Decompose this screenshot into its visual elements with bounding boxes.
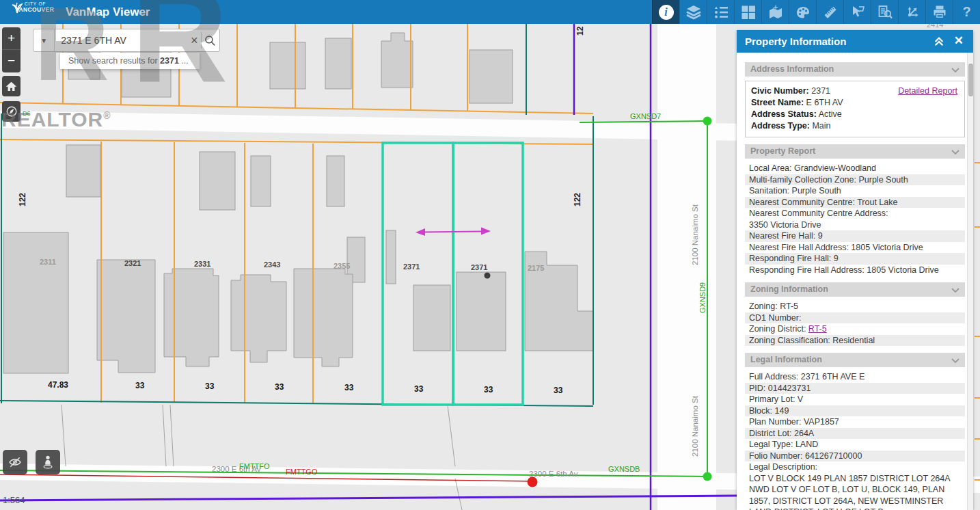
info-row: Nearest Community Centre Address:3350 Vi… [745, 208, 965, 230]
info-row: Zoning: RT-5 [745, 301, 965, 312]
logo-leaf-icon [11, 2, 23, 14]
suggestion-prefix: Show search results for [68, 56, 160, 66]
street-view-button[interactable] [36, 450, 60, 474]
zoom-out-button[interactable]: − [2, 50, 21, 72]
row-extra-text: 3350 Victoria Drive [749, 219, 961, 231]
search-type-dropdown[interactable]: ▼ [33, 29, 55, 51]
info-row: Local Area: Grandview-Woodland [745, 163, 965, 174]
scrollbar-thumb[interactable] [968, 64, 973, 96]
info-row: Nearest Fire Hall: 9 [745, 230, 965, 242]
info-row: Block: 149 [745, 405, 965, 417]
app-header: CITY OF VANCOUVER VanMap Viewer i [0, 0, 980, 24]
chevron-down-icon: ▼ [40, 37, 47, 44]
survey-lines [62, 405, 462, 510]
double-chevron-up-icon [932, 35, 946, 47]
info-row: Zoning District: RT-5 [745, 323, 965, 335]
info-row: Primary Lot: V [745, 394, 965, 405]
toggle-visibility-button[interactable] [3, 450, 27, 474]
property-information-panel: Property Information ✕ Address Informati… [737, 30, 973, 510]
chevron-down-icon [951, 358, 959, 363]
detailed-report-link[interactable]: Detailed Report [898, 86, 957, 96]
section-title: Property Report [750, 146, 815, 156]
property-report-rows: Local Area: Grandview-WoodlandMulti-fami… [745, 163, 965, 276]
palette-icon [795, 4, 811, 21]
query-magnifier-icon [877, 4, 893, 21]
info-row: Sanitation: Purple South [745, 185, 965, 197]
address-info-box: Detailed Report Civic Number: 2371Street… [745, 81, 965, 137]
select-tool-button[interactable] [843, 0, 871, 24]
section-header-legal-information[interactable]: Legal Information [745, 353, 965, 367]
info-row: Full Address: 2371 6TH AVE E [745, 371, 965, 383]
section-header-property-report[interactable]: Property Report [745, 144, 965, 159]
close-icon: × [191, 33, 198, 47]
compass-icon [5, 105, 18, 118]
info-row: Nearest Community Centre: Trout Lake [745, 197, 965, 209]
address-field: Street Name: E 6TH AV [751, 97, 959, 109]
row-extra-text: LOT V BLOCK 149 PLAN 1857 DISTRICT LOT 2… [749, 473, 961, 510]
row-link[interactable]: RT-5 [808, 324, 827, 334]
section-header-zoning-information[interactable]: Zoning Information [745, 282, 965, 297]
home-extent-button[interactable] [2, 76, 21, 96]
measure-tool-button[interactable] [816, 0, 843, 24]
query-tool-button[interactable] [871, 0, 898, 24]
info-row: Folio Number: 641267710000 [745, 451, 965, 462]
basemap-gallery-tool-button[interactable] [734, 0, 761, 24]
info-row: Legal Description:LOT V BLOCK 149 PLAN 1… [745, 461, 965, 510]
search-suggestion-item[interactable]: Show search results for 2371 ... [60, 53, 200, 69]
panel-scrollbar [967, 53, 973, 510]
legend-list-icon [713, 4, 729, 21]
layers-icon [685, 4, 702, 21]
help-tool-button[interactable]: ? [953, 0, 980, 24]
section-title: Address Information [750, 64, 834, 74]
collapse-panel-button[interactable] [932, 35, 946, 50]
chevron-down-icon [951, 68, 959, 72]
panel-header: Property Information ✕ [737, 30, 973, 53]
add-map-icon [767, 4, 784, 21]
grid-icon [740, 4, 757, 21]
address-field: Address Status: Active [751, 109, 959, 120]
chevron-down-icon [951, 150, 959, 155]
building-footprints [3, 33, 593, 373]
section-title: Zoning Information [750, 284, 828, 294]
section-title: Legal Information [750, 355, 822, 364]
home-icon [5, 81, 17, 92]
draw-tool-button[interactable] [789, 0, 816, 24]
city-of-vancouver-logo: CITY OF VANCOUVER [10, 1, 64, 13]
suggestion-term: 2371 [160, 56, 179, 66]
zoom-in-button[interactable]: + [2, 27, 21, 50]
search-button[interactable] [202, 29, 219, 51]
panel-body: Address Information Detailed Report Civi… [737, 53, 973, 510]
identify-tool-button[interactable]: i [652, 0, 679, 24]
info-row: Responding Fire Hall Address: 1805 Victo… [745, 265, 965, 276]
printer-icon [931, 4, 948, 21]
info-row: Legal Type: LAND [745, 439, 965, 451]
legend-tool-button[interactable] [707, 0, 734, 24]
info-row: Responding Fire Hall: 9 [745, 253, 965, 265]
search-input[interactable] [55, 35, 187, 46]
directions-tool-button[interactable] [898, 0, 925, 24]
select-cursor-icon [849, 4, 866, 21]
section-header-address-information[interactable]: Address Information [745, 62, 965, 77]
legal-information-rows: Full Address: 2371 6TH AVE EPID: 0144237… [745, 371, 965, 510]
green-node-bottom [703, 472, 712, 481]
chevron-down-icon [951, 288, 959, 293]
clear-search-button[interactable]: × [187, 33, 201, 48]
pegman-icon [41, 455, 55, 470]
info-row: PID: 014423731 [745, 383, 965, 394]
close-icon: ✕ [954, 34, 964, 47]
ruler-icon [822, 4, 839, 21]
layers-tool-button[interactable] [679, 0, 707, 24]
locate-compass-button[interactable] [2, 101, 21, 122]
search-box: ▼ × [33, 29, 220, 52]
map-scale-label: 1:564 [3, 495, 25, 505]
info-row: CD1 Number: [745, 312, 965, 324]
close-panel-button[interactable]: ✕ [954, 33, 964, 48]
info-row: Zoning Classification: Residential [745, 335, 965, 347]
print-tool-button[interactable] [925, 0, 953, 24]
eye-slash-icon [8, 455, 23, 469]
app-title: VanMap Viewer [66, 0, 150, 24]
info-row: Multi-family Collection Zone: Purple Sou… [745, 174, 965, 186]
green-node-top [703, 117, 712, 126]
toolbar: i [652, 0, 980, 24]
add-data-tool-button[interactable] [761, 0, 789, 24]
